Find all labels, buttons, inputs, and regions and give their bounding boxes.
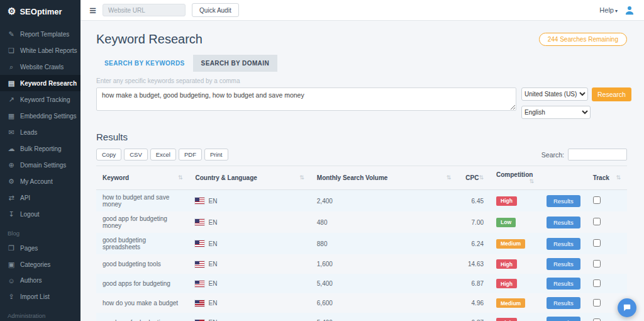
trend-icon: ↗ [8,96,15,104]
logo-text: SEOptimer [19,7,62,16]
sidebar-item-api[interactable]: ⇄ API [0,189,80,206]
cpc-cell: 14.63 [457,254,490,274]
table-search-input[interactable] [568,149,627,160]
track-checkbox[interactable] [593,260,601,268]
sidebar-item-keyword-research[interactable]: ▤ Keyword Research [0,75,80,91]
tab-search-by-keywords[interactable]: SEARCH BY KEYWORDS [96,55,193,72]
chevron-down-icon: ▾ [615,8,618,14]
sidebar-item-leads[interactable]: ✉ Leads [0,124,80,140]
volume-cell: 6,600 [311,293,457,313]
help-menu[interactable]: Help▾ [599,6,618,14]
header-country-language[interactable]: Country & Language⇅ [189,166,310,190]
table-row: good app for budgeting EN 5,400 6.87 Hig… [96,313,627,321]
keywords-input[interactable]: how make a budget, good budgeting, how t… [96,87,516,111]
website-url-input[interactable] [103,4,186,16]
sidebar: ⚙ SEOptimer ✎ Report Templates ❏ White L… [0,0,80,321]
header-track[interactable]: Track⇅ [587,166,627,190]
table-row: good app for budgeting money EN 480 7.00… [96,211,627,233]
keyword-cell: how to budget and save money [96,190,189,212]
cpc-cell: 6.45 [457,190,490,212]
sort-icon: ⇅ [447,174,452,181]
header-competition[interactable]: Competition⇅ [490,166,540,190]
search-mode-tabs: SEARCH BY KEYWORDS SEARCH BY DOMAIN [96,55,627,72]
bar-chart-icon: ▤ [8,79,15,87]
sidebar-item-embedding-settings[interactable]: ▦ Embedding Settings [0,108,80,124]
results-button[interactable]: Results [547,317,580,321]
sort-icon: ⇅ [178,174,183,181]
sidebar-item-domain-settings[interactable]: ⊕ Domain Settings [0,157,80,173]
results-button[interactable]: Results [547,238,580,250]
chat-widget-button[interactable] [618,298,636,317]
track-checkbox[interactable] [593,218,601,225]
table-row: good budgeting spreadsheets EN 880 6.24 … [96,233,627,254]
sidebar-item-categories[interactable]: ▣ Categories [0,256,80,273]
us-flag-icon [195,281,204,287]
volume-cell: 880 [311,233,457,254]
tab-search-by-domain[interactable]: SEARCH BY DOMAIN [193,55,277,72]
sidebar-section-administration: Administration [0,305,80,321]
keyword-cell: good budgeting spreadsheets [96,233,189,254]
results-button[interactable]: Results [547,278,580,290]
header-keyword[interactable]: Keyword⇅ [96,166,189,190]
table-search-label: Search: [541,151,564,159]
competition-badge: High [496,196,517,206]
country-select[interactable]: United States (US) [521,87,588,101]
results-button[interactable]: Results [547,195,580,207]
app-logo[interactable]: ⚙ SEOptimer [0,0,80,23]
cpc-cell: 4.96 [457,293,490,313]
topbar: ≡ Quick Audit Help▾ [80,0,644,21]
sidebar-item-keyword-tracking[interactable]: ↗ Keyword Tracking [0,91,80,108]
results-button[interactable]: Results [547,297,580,309]
main-content: Keyword Research 244 Searches Remaining … [80,21,644,321]
excel-button[interactable]: Excel [150,149,176,160]
results-button[interactable]: Results [547,258,580,270]
track-checkbox[interactable] [593,196,601,204]
globe-icon: ⊕ [8,161,15,169]
sidebar-item-label: White Label Reports [20,47,77,54]
user-account-icon[interactable] [624,4,635,16]
sidebar-item-label: Report Templates [20,31,69,38]
hamburger-menu-icon[interactable]: ≡ [89,4,96,16]
research-button[interactable]: Research [592,87,631,101]
magnifier-icon: ⌕ [8,63,15,71]
sidebar-item-website-crawls[interactable]: ⌕ Website Crawls [0,59,80,75]
keyword-cell: how do you make a budget [96,293,189,313]
cloud-icon: ☁ [8,145,15,153]
sidebar-item-report-templates[interactable]: ✎ Report Templates [0,26,80,42]
pdf-button[interactable]: PDF [179,149,202,160]
header-monthly-search-volume[interactable]: Monthly Search Volume⇅ [311,166,457,190]
copy-button[interactable]: Copy [96,149,121,160]
volume-cell: 1,600 [311,254,457,274]
sidebar-item-pages[interactable]: ❐ Pages [0,240,80,256]
us-flag-icon [195,198,204,204]
csv-button[interactable]: CSV [124,149,148,160]
competition-badge: Medium [496,298,525,308]
sidebar-item-white-label-reports[interactable]: ❏ White Label Reports [0,42,80,59]
volume-cell: 5,400 [311,313,457,321]
users-icon: ☺ [8,277,15,284]
keywords-field-label: Enter any specific keywords separated by… [96,77,627,84]
results-title: Results [96,132,627,142]
cpc-cell: 6.87 [457,274,490,293]
sidebar-item-label: Leads [20,129,37,136]
results-button[interactable]: Results [547,217,580,228]
sidebar-item-my-account[interactable]: ⚙ My Account [0,173,80,189]
track-checkbox[interactable] [593,299,601,307]
cpc-cell: 6.24 [457,233,490,254]
results-table: Keyword⇅ Country & Language⇅ Monthly Sea… [96,166,627,321]
track-checkbox[interactable] [593,318,601,321]
language-select[interactable]: English [521,106,591,119]
sidebar-item-authors[interactable]: ☺ Authors [0,273,80,288]
track-checkbox[interactable] [593,279,601,287]
track-checkbox[interactable] [593,239,601,247]
sidebar-item-logout[interactable]: ↧ Logout [0,206,80,222]
sidebar-item-import-list[interactable]: ⇪ Import List [0,288,80,305]
api-icon: ⇄ [8,194,15,202]
header-cpc[interactable]: ⇅CPC [457,166,490,190]
sidebar-item-bulk-reporting[interactable]: ☁ Bulk Reporting [0,140,80,157]
sidebar-item-label: My Account [20,178,53,185]
print-button[interactable]: Print [204,149,228,160]
cpc-cell: 7.00 [457,211,490,233]
quick-audit-button[interactable]: Quick Audit [192,3,239,17]
language-label: EN [208,280,217,287]
